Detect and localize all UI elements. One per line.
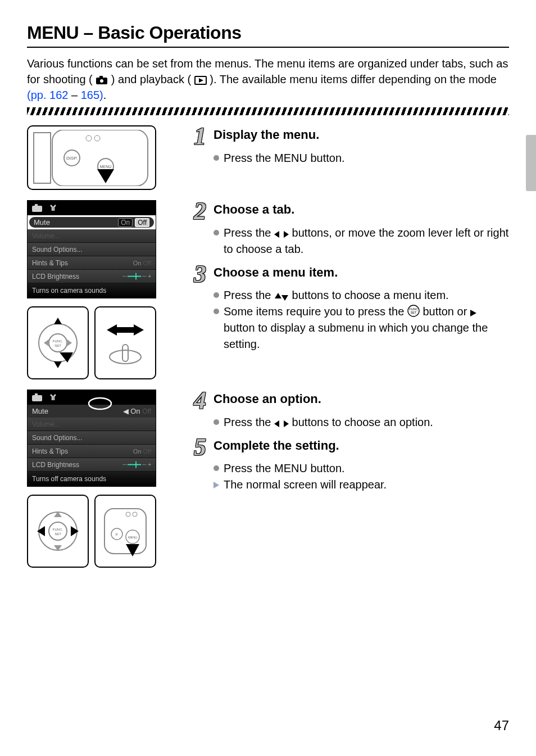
- intro-tail: .: [103, 89, 107, 101]
- svg-marker-46: [71, 526, 79, 536]
- lcd-a-mute-on: On: [118, 218, 133, 227]
- lcd-b-mute-off: Off: [142, 408, 151, 415]
- svg-marker-37: [470, 310, 476, 316]
- lcd-a-footer: Turns on camera sounds: [28, 283, 156, 298]
- svg-marker-21: [54, 361, 62, 368]
- svg-point-40: [89, 398, 111, 409]
- svg-marker-32: [275, 293, 281, 298]
- svg-text:SET: SET: [54, 532, 61, 536]
- svg-text:SET: SET: [410, 311, 416, 314]
- svg-rect-29: [122, 345, 128, 361]
- svg-marker-20: [54, 318, 62, 324]
- svg-marker-31: [284, 231, 289, 238]
- svg-point-13: [94, 135, 100, 141]
- corner-decoration: [440, 0, 536, 56]
- svg-marker-56: [126, 544, 139, 556]
- step-number-1: 1: [187, 125, 214, 148]
- right-arrow-icon: [470, 309, 477, 317]
- lcd-a-lcd: LCD Brightness: [32, 273, 79, 280]
- step-2-instruction: Press the buttons, or move the zoom leve…: [224, 225, 509, 257]
- bullet-icon: [214, 419, 219, 425]
- left-right-arrows-icon: [274, 420, 289, 428]
- bullet-icon: [214, 465, 219, 471]
- playback-icon: [194, 76, 207, 85]
- step-title-4: Choose an option.: [214, 392, 321, 406]
- svg-marker-4: [199, 78, 203, 83]
- camera-tab-icon: [32, 204, 42, 212]
- page-number: 47: [494, 718, 509, 734]
- svg-point-2: [100, 79, 103, 83]
- step-title-1: Display the menu.: [214, 128, 319, 142]
- svg-text:DISP.: DISP.: [66, 156, 78, 161]
- step-title-2: Choose a tab.: [214, 202, 294, 217]
- step-1-instruction: Press the MENU button.: [224, 150, 345, 166]
- lcd-a-sound: Sound Options...: [32, 246, 82, 253]
- lcd-b-lcd: LCD Brightness: [32, 461, 79, 469]
- intro-text-2: ) and playback (: [111, 73, 191, 85]
- lcd-screenshot-mute-on: Mute ◀ On Off Volume... Sound Options...…: [27, 390, 156, 487]
- lcd-b-mute-label: Mute: [32, 407, 48, 415]
- svg-marker-11: [97, 169, 114, 183]
- page-title: MENU – Basic Operations: [27, 22, 509, 48]
- svg-marker-57: [274, 420, 279, 427]
- menu-button-label: MENU: [274, 152, 307, 164]
- step-number-4: 4: [187, 390, 214, 412]
- svg-rect-38: [32, 395, 42, 401]
- svg-marker-58: [284, 420, 289, 427]
- bullet-icon: [214, 230, 219, 236]
- svg-text:FUNC.: FUNC.: [53, 528, 63, 531]
- camera-tab-icon: [32, 393, 42, 401]
- svg-rect-39: [35, 393, 38, 396]
- lcd-screenshot-mute-off: Mute OnOff Volume... Sound Options... Hi…: [27, 200, 156, 298]
- svg-marker-30: [274, 231, 279, 238]
- lcd-a-hints: Hints & Tips: [32, 259, 68, 267]
- step-title-3: Choose a menu item.: [214, 265, 338, 280]
- svg-marker-23: [66, 339, 72, 347]
- bullet-icon: [214, 155, 219, 161]
- hash-divider: [27, 107, 509, 115]
- svg-text:P.: P.: [116, 533, 119, 536]
- step-5-instruction-1: Press the MENU button.: [224, 460, 345, 477]
- lcd-a-mute-label: Mute: [34, 218, 50, 227]
- page-link-162[interactable]: (pp. 162: [27, 89, 68, 101]
- page-link-165[interactable]: 165): [81, 89, 103, 101]
- step-title-5: Complete the setting.: [214, 438, 339, 453]
- wrench-tab-icon: [49, 204, 59, 212]
- step-3-instruction-1: Press the buttons to choose a menu item.: [224, 287, 449, 304]
- svg-text:MENU: MENU: [128, 536, 137, 539]
- svg-text:MENU: MENU: [100, 165, 112, 169]
- lcd-b-footer: Turns off camera sounds: [28, 472, 156, 486]
- step-number-5: 5: [187, 436, 214, 459]
- func-set-icon: FUNCSET: [407, 305, 420, 317]
- svg-rect-49: [105, 509, 146, 554]
- camera-back-diagram-1: DISP. MENU: [27, 125, 156, 190]
- svg-point-17: [49, 334, 67, 352]
- svg-rect-14: [32, 206, 42, 212]
- lcd-a-volume: Volume...: [32, 232, 60, 240]
- svg-text:SET: SET: [54, 344, 61, 347]
- menu-button-label: MENU: [274, 462, 307, 474]
- bullet-icon: [214, 309, 219, 314]
- left-right-arrows-icon: [274, 230, 289, 238]
- lcd-a-mute-off: Off: [135, 218, 149, 227]
- lcd-b-volume: Volume...: [32, 420, 60, 428]
- dpad-up-down-diagram: FUNC. SET: [27, 306, 89, 379]
- camera-icon: [96, 76, 108, 85]
- page-section-tab: [526, 135, 536, 191]
- svg-marker-26: [134, 324, 144, 336]
- svg-marker-22: [44, 339, 49, 347]
- svg-marker-25: [107, 324, 117, 336]
- zoom-lever-diagram: [94, 306, 156, 379]
- svg-rect-27: [117, 327, 134, 333]
- svg-marker-33: [281, 295, 288, 301]
- step-4-instruction: Press the buttons to choose an option.: [224, 414, 433, 431]
- step-number-3: 3: [187, 263, 214, 286]
- svg-point-12: [86, 135, 92, 141]
- lcd-b-mute-on: On: [130, 407, 140, 415]
- svg-point-54: [126, 512, 130, 517]
- svg-point-42: [49, 522, 67, 540]
- bullet-icon: [214, 292, 219, 298]
- step-5-result: The normal screen will reappear.: [224, 477, 387, 493]
- intro-text-3: ). The available menu items differ depen…: [210, 73, 497, 85]
- lcd-b-sound: Sound Options...: [32, 434, 82, 442]
